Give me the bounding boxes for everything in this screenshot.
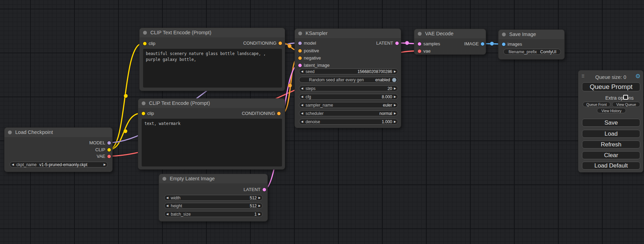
collapse-dot-icon[interactable] bbox=[142, 101, 145, 105]
node-empty-latent-image[interactable]: Empty Latent Image LATENT ◀ width 512 ▶ … bbox=[159, 174, 268, 222]
width-widget[interactable]: ◀ width 512 ▶ bbox=[164, 195, 263, 201]
input-model[interactable]: model bbox=[304, 40, 316, 46]
height-widget[interactable]: ◀ height 512 ▶ bbox=[164, 203, 263, 209]
cfg-widget[interactable]: ◀ cfg 8.000 ▶ bbox=[299, 94, 398, 100]
node-title-bar[interactable]: CLIP Text Encode (Prompt) bbox=[140, 28, 285, 37]
node-vae-decode[interactable]: VAE Decode samples vae IMAGE bbox=[414, 29, 486, 55]
node-title-bar[interactable]: CLIP Text Encode (Prompt) bbox=[138, 99, 285, 108]
queue-front-button[interactable]: Queue Front bbox=[583, 102, 610, 107]
increment-arrow-icon[interactable]: ▶ bbox=[257, 204, 262, 207]
conditioning-port-icon[interactable] bbox=[277, 112, 281, 115]
conditioning-port-icon[interactable] bbox=[279, 42, 282, 45]
input-latent-image[interactable]: latent_image bbox=[304, 63, 329, 68]
node-ksampler[interactable]: KSampler model positive negative latent_… bbox=[294, 28, 401, 128]
model-port-icon[interactable] bbox=[107, 141, 111, 145]
clip-port-icon[interactable] bbox=[142, 112, 145, 115]
seed-widget[interactable]: ◀ seed 156680208700286 ▶ bbox=[299, 69, 398, 74]
node-title-bar[interactable]: Save Image bbox=[499, 30, 564, 39]
input-positive[interactable]: positive bbox=[304, 48, 319, 54]
node-clip-text-encode-negative[interactable]: CLIP Text Encode (Prompt) clip CONDITION… bbox=[138, 98, 285, 170]
latent-port-icon[interactable] bbox=[395, 42, 399, 45]
prompt-text-area[interactable]: text, watermark bbox=[142, 119, 282, 166]
node-title-bar[interactable]: Load Checkpoint bbox=[5, 128, 112, 137]
increment-arrow-icon[interactable]: ▶ bbox=[392, 103, 398, 107]
node-load-checkpoint[interactable]: Load Checkpoint MODEL CLIP VAE ◀ ckpt_na… bbox=[4, 127, 113, 172]
decrement-arrow-icon[interactable]: ◀ bbox=[165, 204, 170, 207]
comfyui-canvas[interactable]: { "palette": { "model": "#b39ddb", "clip… bbox=[0, 0, 644, 244]
latent-port-icon[interactable] bbox=[263, 188, 266, 191]
decrement-arrow-icon[interactable]: ◀ bbox=[299, 120, 305, 123]
input-clip[interactable]: clip bbox=[147, 111, 154, 116]
output-model[interactable]: MODEL bbox=[89, 140, 105, 146]
image-port-icon[interactable] bbox=[502, 43, 505, 46]
clip-port-icon[interactable] bbox=[143, 42, 147, 45]
output-latent[interactable]: LATENT bbox=[244, 187, 261, 192]
scheduler-widget[interactable]: ◀ scheduler normal ▶ bbox=[299, 110, 398, 116]
toggle-circle-icon[interactable] bbox=[392, 78, 396, 82]
image-port-icon[interactable] bbox=[481, 42, 484, 46]
output-conditioning[interactable]: CONDITIONING bbox=[242, 111, 275, 116]
filename-prefix-widget[interactable]: filename_prefix ComfyUI bbox=[503, 49, 561, 55]
output-clip[interactable]: CLIP bbox=[95, 147, 105, 153]
output-latent[interactable]: LATENT bbox=[376, 40, 393, 46]
sampler-name-widget[interactable]: ◀ sampler_name euler ▶ bbox=[299, 102, 398, 108]
view-queue-button[interactable]: View Queue bbox=[612, 102, 640, 107]
clip-port-icon[interactable] bbox=[107, 148, 111, 152]
input-vae[interactable]: vae bbox=[423, 48, 431, 54]
load-button[interactable]: Load bbox=[582, 130, 640, 138]
decrement-arrow-icon[interactable]: ◀ bbox=[10, 163, 16, 166]
random-seed-toggle[interactable]: Random seed after every gen enabled bbox=[299, 77, 398, 83]
vae-port-icon[interactable] bbox=[107, 155, 111, 158]
clear-button[interactable]: Clear bbox=[582, 151, 640, 159]
collapse-dot-icon[interactable] bbox=[8, 130, 12, 134]
input-samples[interactable]: samples bbox=[423, 41, 440, 47]
batch-size-widget[interactable]: ◀ batch_size 1 ▶ bbox=[164, 211, 263, 217]
conditioning-port-icon[interactable] bbox=[298, 56, 302, 60]
collapse-dot-icon[interactable] bbox=[162, 177, 166, 181]
steps-widget[interactable]: ◀ steps 20 ▶ bbox=[299, 85, 398, 91]
increment-arrow-icon[interactable]: ▶ bbox=[257, 213, 262, 216]
node-title-bar[interactable]: KSampler bbox=[295, 29, 401, 38]
increment-arrow-icon[interactable]: ▶ bbox=[392, 120, 398, 123]
refresh-button[interactable]: Refresh bbox=[582, 141, 640, 148]
node-clip-text-encode-positive[interactable]: CLIP Text Encode (Prompt) clip CONDITION… bbox=[139, 28, 285, 91]
increment-arrow-icon[interactable]: ▶ bbox=[392, 112, 398, 115]
prompt-text-area[interactable]: beautiful scenery nature glass bottle la… bbox=[143, 49, 282, 88]
conditioning-port-icon[interactable] bbox=[298, 49, 302, 53]
increment-arrow-icon[interactable]: ▶ bbox=[257, 196, 262, 199]
decrement-arrow-icon[interactable]: ◀ bbox=[165, 213, 170, 216]
vae-port-icon[interactable] bbox=[418, 49, 421, 53]
node-title-bar[interactable]: Empty Latent Image bbox=[159, 174, 267, 183]
decrement-arrow-icon[interactable]: ◀ bbox=[299, 95, 305, 98]
collapse-dot-icon[interactable] bbox=[502, 33, 506, 36]
output-vae[interactable]: VAE bbox=[97, 154, 105, 159]
decrement-arrow-icon[interactable]: ◀ bbox=[299, 112, 305, 115]
output-conditioning[interactable]: CONDITIONING bbox=[243, 40, 276, 46]
load-default-button[interactable]: Load Default bbox=[582, 162, 640, 170]
decrement-arrow-icon[interactable]: ◀ bbox=[299, 87, 305, 90]
extra-options-checkbox[interactable] bbox=[623, 95, 628, 100]
decrement-arrow-icon[interactable]: ◀ bbox=[299, 103, 305, 107]
model-port-icon[interactable] bbox=[298, 42, 302, 45]
output-image[interactable]: IMAGE bbox=[464, 41, 479, 47]
latent-port-icon[interactable] bbox=[298, 64, 302, 67]
input-images[interactable]: images bbox=[508, 42, 522, 47]
collapse-dot-icon[interactable] bbox=[298, 31, 302, 35]
collapse-dot-icon[interactable] bbox=[143, 31, 147, 35]
increment-arrow-icon[interactable]: ▶ bbox=[102, 163, 107, 166]
save-button[interactable]: Save bbox=[582, 119, 640, 127]
ckpt-name-widget[interactable]: ◀ ckpt_name v1-5-pruned-emaonly.ckpt ▶ bbox=[10, 162, 108, 168]
node-title-bar[interactable]: VAE Decode bbox=[414, 29, 486, 38]
input-negative[interactable]: negative bbox=[304, 55, 321, 61]
decrement-arrow-icon[interactable]: ◀ bbox=[165, 196, 170, 199]
increment-arrow-icon[interactable]: ▶ bbox=[392, 70, 398, 73]
increment-arrow-icon[interactable]: ▶ bbox=[392, 95, 398, 98]
decrement-arrow-icon[interactable]: ◀ bbox=[299, 70, 305, 73]
node-save-image[interactable]: Save Image images filename_prefix ComfyU… bbox=[498, 29, 565, 60]
denoise-widget[interactable]: ◀ denoise 1.000 ▶ bbox=[299, 119, 398, 125]
latent-port-icon[interactable] bbox=[418, 42, 421, 46]
increment-arrow-icon[interactable]: ▶ bbox=[392, 87, 398, 90]
gear-icon[interactable]: ⚙ bbox=[635, 73, 641, 80]
collapse-dot-icon[interactable] bbox=[418, 32, 422, 36]
queue-prompt-button[interactable]: Queue Prompt bbox=[582, 82, 640, 91]
